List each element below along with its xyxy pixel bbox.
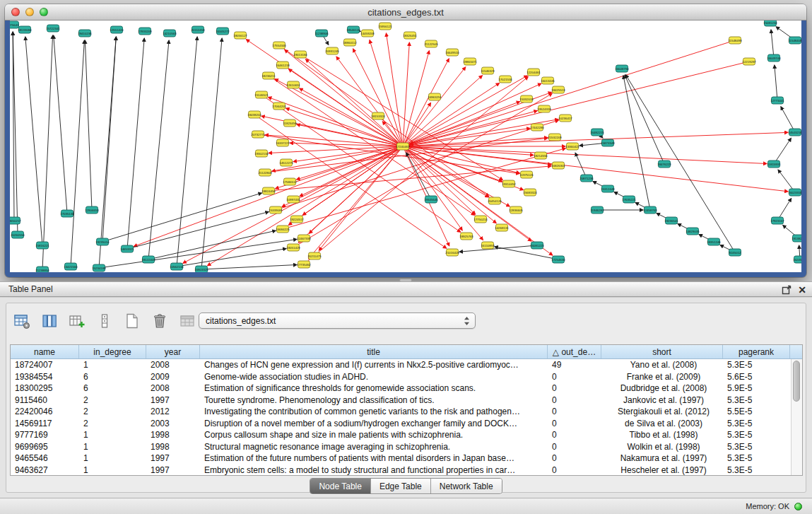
graph-node[interactable]: 20871236: [579, 175, 594, 182]
graph-node[interactable]: 14829035: [686, 228, 700, 235]
graph-node[interactable]: 19138214: [792, 235, 801, 242]
window-titlebar[interactable]: citations_edges.txt: [5, 4, 806, 21]
graph-node[interactable]: 12773441: [770, 97, 784, 104]
network-table-select[interactable]: citations_edges.txt: [199, 313, 476, 329]
graph-node[interactable]: 15816221: [35, 242, 49, 249]
zoom-window-button[interactable]: [40, 8, 48, 16]
column-header-name[interactable]: name: [11, 345, 79, 358]
table-row[interactable]: 1938455462009Genome-wide association stu…: [11, 371, 802, 383]
graph-node[interactable]: 17833209: [138, 28, 152, 35]
graph-node[interactable]: 16110859: [481, 242, 495, 249]
graph-node[interactable]: 19524318: [537, 105, 551, 112]
graph-node[interactable]: 21238854: [35, 267, 49, 272]
tab-node-table[interactable]: Node Table: [310, 479, 371, 493]
graph-node[interactable]: 14543216: [788, 129, 801, 136]
table-row[interactable]: 977716911998Corpus callosum shape and si…: [11, 429, 802, 441]
graph-node[interactable]: 19314452: [502, 180, 516, 187]
graph-node[interactable]: 18650217: [10, 217, 21, 224]
column-header-out_de[interactable]: △ out_de…: [548, 345, 601, 358]
graph-node[interactable]: 16013245: [541, 77, 555, 84]
graph-node[interactable]: 18051429: [286, 244, 300, 251]
graph-node[interactable]: 16345272: [216, 28, 230, 35]
graph-node[interactable]: 19013184: [293, 51, 307, 58]
table-row[interactable]: 2242004622012Investigating the contribut…: [11, 406, 802, 418]
select-rows-icon[interactable]: [95, 311, 114, 331]
graph-node[interactable]: 16482215: [590, 129, 604, 136]
graph-node[interactable]: 11815931: [767, 160, 781, 168]
graph-node[interactable]: 18056127: [233, 32, 247, 39]
scrollbar-thumb[interactable]: [793, 361, 800, 402]
graph-node[interactable]: 14512275: [279, 159, 293, 166]
graph-node[interactable]: 18214556: [534, 152, 548, 159]
graph-node[interactable]: 19345645: [424, 196, 438, 203]
graph-node[interactable]: 14210563: [163, 30, 177, 37]
graph-node[interactable]: 20931245: [325, 47, 339, 54]
create-column-icon[interactable]: [67, 311, 87, 331]
tab-network-table[interactable]: Network Table: [431, 479, 502, 493]
graph-node[interactable]: 11546329: [481, 67, 495, 74]
graph-node[interactable]: 10562134: [170, 263, 184, 270]
graph-node[interactable]: 16081223: [530, 242, 544, 249]
graph-node[interactable]: 13360422: [565, 143, 579, 150]
table-row[interactable]: 1456911722003Disruption of a novel membe…: [11, 418, 802, 430]
graph-node[interactable]: 9245012: [729, 249, 741, 256]
graph-node[interactable]: 18925763: [459, 233, 473, 240]
graph-node[interactable]: 18425513: [551, 86, 565, 93]
graph-node[interactable]: 18153324: [371, 112, 385, 119]
graph-node[interactable]: 16461218: [276, 62, 290, 69]
graph-node[interactable]: 15332018: [519, 95, 534, 103]
graph-node[interactable]: 17240467: [396, 143, 410, 150]
graph-node[interactable]: 14459208: [360, 30, 375, 37]
graph-node[interactable]: 12204461: [526, 69, 541, 76]
minimize-window-button[interactable]: [25, 8, 34, 16]
show-columns-icon[interactable]: [40, 311, 59, 331]
graph-node[interactable]: 19410236: [78, 30, 92, 37]
graph-node[interactable]: 18122409: [141, 256, 155, 263]
graph-node[interactable]: 17750214: [473, 216, 488, 223]
graph-node[interactable]: 11946282: [590, 206, 604, 214]
graph-node[interactable]: 18476223: [657, 160, 671, 168]
graph-node[interactable]: 20211475: [307, 252, 322, 259]
table-mode-icon[interactable]: [12, 311, 32, 331]
graph-node[interactable]: 19302134: [254, 150, 269, 157]
float-panel-icon[interactable]: [782, 285, 792, 295]
graph-node[interactable]: 11238906: [314, 30, 329, 37]
graph-node[interactable]: 20112458: [191, 26, 205, 33]
new-table-icon[interactable]: [122, 311, 142, 331]
column-header-title[interactable]: title: [200, 345, 548, 358]
column-header-in_degree[interactable]: in_degree: [79, 345, 146, 358]
graph-node[interactable]: 10997431: [286, 196, 300, 203]
graph-node[interactable]: 16649510: [445, 49, 459, 56]
graph-node[interactable]: 15081234: [763, 21, 777, 26]
graph-node[interactable]: 16648794: [615, 65, 629, 72]
graph-node[interactable]: 13421560: [64, 263, 78, 270]
graph-node[interactable]: 15312448: [601, 185, 615, 192]
graph-node[interactable]: 18133084: [18, 26, 32, 33]
graph-node[interactable]: 17442280: [530, 124, 544, 131]
graph-node[interactable]: 17586512: [283, 178, 297, 185]
graph-node[interactable]: 12836605: [509, 206, 523, 214]
graph-node[interactable]: 21122808: [258, 169, 272, 176]
graph-node[interactable]: 12219287: [742, 58, 756, 65]
graph-node[interactable]: 11975126: [519, 171, 534, 178]
graph-node[interactable]: 20454126: [488, 197, 502, 204]
table-row[interactable]: 1830029562008Estimation of significance …: [11, 382, 802, 395]
graph-node[interactable]: 18546120: [346, 26, 360, 33]
close-window-button[interactable]: [11, 8, 20, 16]
graph-node[interactable]: 17021534: [498, 76, 512, 83]
graph-node[interactable]: 12551420: [110, 26, 124, 33]
graph-node[interactable]: 20732771: [251, 131, 265, 138]
column-header-year[interactable]: year: [146, 345, 200, 358]
graph-node[interactable]: 18438202: [247, 111, 261, 118]
graph-node[interactable]: 17635221: [622, 196, 636, 203]
close-panel-icon[interactable]: ✕: [798, 285, 806, 295]
table-row[interactable]: 911546021997Tourette syndrome. Phenomeno…: [11, 395, 802, 407]
graph-node[interactable]: 15873349: [601, 139, 615, 146]
table-row[interactable]: 969969511998Structural magnetic resonanc…: [11, 441, 802, 453]
graph-node[interactable]: 18824450: [261, 187, 276, 194]
graph-node[interactable]: 12610651: [286, 81, 300, 88]
column-header-short[interactable]: short: [601, 345, 723, 358]
graph-node[interactable]: 18326451: [403, 32, 417, 39]
graph-node[interactable]: 17923167: [770, 217, 784, 224]
graph-node[interactable]: 19236541: [664, 217, 678, 224]
